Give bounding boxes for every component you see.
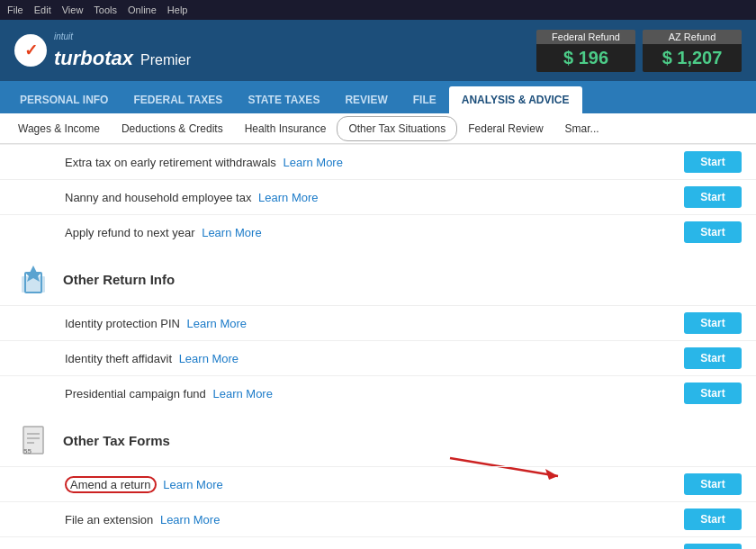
amend-return-item: Amend a return Learn More Start <box>0 466 756 501</box>
amend-return-text: Amend a return Learn More <box>65 476 223 493</box>
list-item: Presidential campaign fund Learn More St… <box>0 375 756 410</box>
sub-nav: Wages & Income Deductions & Credits Heal… <box>0 113 756 144</box>
tab-review[interactable]: REVIEW <box>332 86 400 113</box>
learn-more-link[interactable]: Learn More <box>187 317 247 330</box>
subnav-deductions-credits[interactable]: Deductions & Credits <box>111 117 234 140</box>
tab-state-taxes[interactable]: STATE TAXES <box>235 86 332 113</box>
logo-circle: ✓ <box>14 34 47 67</box>
start-button[interactable]: Start <box>684 221 742 243</box>
federal-refund-box: Federal Refund $ 196 <box>536 30 635 72</box>
start-button[interactable]: Start <box>684 186 742 208</box>
start-button[interactable]: Start <box>684 312 742 334</box>
list-item: Nanny and household employee tax Learn M… <box>0 179 756 214</box>
other-return-info-section: Other Return Info <box>0 249 756 305</box>
item-text: Identity protection PIN Learn More <box>65 317 247 330</box>
federal-refund-label: Federal Refund <box>536 30 635 44</box>
other-return-icon <box>14 260 52 298</box>
item-text: Nanny and household employee tax Learn M… <box>65 191 319 204</box>
other-tax-forms-icon: 55 <box>14 421 52 459</box>
amend-circle-highlight: Amend a return <box>65 476 157 493</box>
tab-personal-info[interactable]: PERSONAL INFO <box>7 86 121 113</box>
amend-learn-more-link[interactable]: Learn More <box>163 478 222 491</box>
learn-more-link[interactable]: Learn More <box>179 352 238 365</box>
menu-tools[interactable]: Tools <box>94 4 117 15</box>
learn-more-link[interactable]: Learn More <box>283 156 342 169</box>
item-text: Presidential campaign fund Learn More <box>65 387 273 400</box>
menu-bar: File Edit View Tools Online Help <box>0 0 756 20</box>
item-text: Identity theft affidavit Learn More <box>65 352 238 365</box>
list-item: Identity theft affidavit Learn More Star… <box>0 340 756 375</box>
logo-premier: Premier <box>140 52 191 68</box>
menu-view[interactable]: View <box>62 4 84 15</box>
subnav-smart[interactable]: Smar... <box>554 117 610 140</box>
start-button[interactable]: Start <box>684 382 742 404</box>
form-w4-item: Form W-4 and estimated taxes Learn More … <box>0 536 756 549</box>
az-refund-box: AZ Refund $ 1,207 <box>643 30 742 72</box>
list-item: Extra tax on early retirement withdrawal… <box>0 144 756 179</box>
start-button[interactable]: Start <box>684 151 742 173</box>
subnav-wages-income[interactable]: Wages & Income <box>7 117 111 140</box>
subnav-other-tax-situations[interactable]: Other Tax Situations <box>337 116 457 141</box>
logo-checkmark: ✓ <box>24 40 38 60</box>
other-tax-forms-title: Other Tax Forms <box>63 433 170 448</box>
section-icon-svg <box>16 262 50 296</box>
learn-more-link[interactable]: Learn More <box>258 191 318 204</box>
learn-more-link[interactable]: Learn More <box>212 387 272 400</box>
brand-intuit: intuit <box>54 32 191 41</box>
menu-edit[interactable]: Edit <box>34 4 51 15</box>
federal-refund-amount: $ 196 <box>536 44 635 72</box>
svg-text:55: 55 <box>23 447 32 455</box>
file-extension-item: File an extension Learn More Start <box>0 501 756 536</box>
subnav-federal-review[interactable]: Federal Review <box>457 117 554 140</box>
section-icon-svg: 55 <box>16 423 50 457</box>
tab-file[interactable]: FILE <box>400 86 449 113</box>
main-nav: PERSONAL INFO FEDERAL TAXES STATE TAXES … <box>0 81 756 113</box>
item-text: Extra tax on early retirement withdrawal… <box>65 156 343 169</box>
logo-turbotax: turbotax <box>54 47 133 70</box>
menu-online[interactable]: Online <box>128 4 157 15</box>
start-button[interactable]: Start <box>684 347 742 369</box>
item-text: File an extension Learn More <box>65 513 220 526</box>
tab-analysis-advice[interactable]: ANALYSIS & ADVICE <box>449 86 582 113</box>
list-item: Apply refund to next year Learn More Sta… <box>0 214 756 249</box>
item-text: Apply refund to next year Learn More <box>65 226 262 239</box>
logo-area: ✓ intuit turbotax Premier <box>14 32 191 70</box>
az-refund-label: AZ Refund <box>643 30 742 44</box>
other-tax-forms-section: 55 Other Tax Forms <box>0 410 756 466</box>
other-return-info-title: Other Return Info <box>63 272 175 287</box>
tab-federal-taxes[interactable]: FEDERAL TAXES <box>121 86 235 113</box>
header: ✓ intuit turbotax Premier Federal Refund… <box>0 20 756 81</box>
learn-more-link[interactable]: Learn More <box>202 226 261 239</box>
amend-start-button[interactable]: Start <box>684 473 742 495</box>
learn-more-link[interactable]: Learn More <box>160 513 220 526</box>
subnav-health-insurance[interactable]: Health Insurance <box>234 117 338 140</box>
menu-file[interactable]: File <box>7 4 23 15</box>
menu-help[interactable]: Help <box>167 4 188 15</box>
start-button[interactable]: Start <box>684 544 742 549</box>
refund-boxes: Federal Refund $ 196 AZ Refund $ 1,207 <box>536 30 742 72</box>
content-area: Extra tax on early retirement withdrawal… <box>0 144 756 549</box>
az-refund-amount: $ 1,207 <box>643 44 742 72</box>
list-item: Identity protection PIN Learn More Start <box>0 305 756 340</box>
start-button[interactable]: Start <box>684 508 742 530</box>
